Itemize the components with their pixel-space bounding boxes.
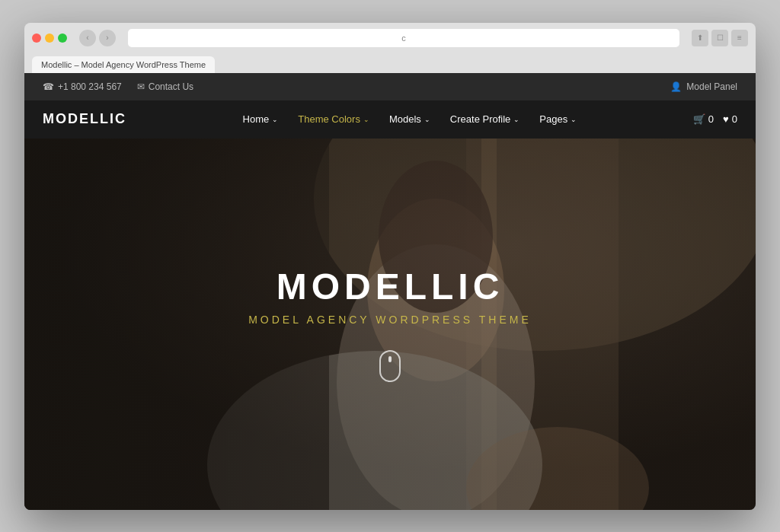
add-tab-button[interactable]: ☐ (711, 30, 728, 46)
heart-count: 0 (732, 113, 737, 125)
hero-content: MODELLIC MODEL AGENCY WORDPRESS THEME (248, 266, 532, 382)
nav-models-label: Models (389, 113, 421, 125)
email-label: Contact Us (149, 81, 193, 92)
back-button[interactable]: ‹ (79, 30, 96, 46)
address-bar[interactable]: c (128, 29, 679, 47)
website-content: ☎ +1 800 234 567 ✉ Contact Us 👤 Model Pa… (24, 73, 756, 510)
chevron-down-icon: ⌄ (363, 116, 369, 123)
hero-title: MODELLIC (277, 266, 504, 307)
share-button[interactable]: ⬆ (692, 30, 708, 46)
chevron-down-icon: ⌄ (571, 116, 577, 123)
nav-home-label: Home (243, 113, 270, 125)
tab-title: Modellic – Model Agency WordPress Theme (41, 60, 206, 69)
main-nav: MODELLIC Home ⌄ Theme Colors ⌄ Models ⌄ … (24, 100, 756, 139)
nav-item-pages[interactable]: Pages ⌄ (530, 100, 586, 139)
nav-item-home[interactable]: Home ⌄ (234, 100, 288, 139)
nav-theme-colors-label: Theme Colors (298, 113, 360, 125)
minimize-button[interactable] (45, 33, 54, 43)
sidebar-button[interactable]: ≡ (731, 30, 748, 46)
cart-icon: 🛒 (693, 113, 705, 125)
phone-number: +1 800 234 567 (58, 81, 122, 92)
nav-buttons: ‹ › (79, 30, 116, 46)
scroll-dot (388, 356, 392, 362)
action-buttons: ⬆ ☐ ≡ (692, 30, 748, 46)
close-button[interactable] (32, 33, 41, 43)
nav-create-profile-label: Create Profile (450, 113, 510, 125)
topbar-right[interactable]: 👤 Model Panel (670, 81, 737, 92)
hero-subtitle: MODEL AGENCY WORDPRESS THEME (248, 314, 532, 326)
wishlist-button[interactable]: ♥ 0 (723, 113, 737, 125)
browser-titlebar: ‹ › c ⬆ ☐ ≡ (32, 29, 748, 47)
chevron-down-icon: ⌄ (272, 116, 278, 123)
topbar-left: ☎ +1 800 234 567 ✉ Contact Us (43, 81, 193, 92)
browser-window: ‹ › c ⬆ ☐ ≡ Modellic – Model Agency Word… (24, 23, 756, 510)
chevron-down-icon: ⌄ (513, 116, 519, 123)
email-item[interactable]: ✉ Contact Us (137, 81, 193, 92)
cart-count: 0 (708, 113, 714, 125)
model-panel-label: Model Panel (686, 81, 737, 92)
hero-section: MODELLIC MODEL AGENCY WORDPRESS THEME (24, 139, 756, 510)
forward-button[interactable]: › (99, 30, 116, 46)
heart-icon: ♥ (723, 113, 729, 125)
address-text: c (136, 33, 672, 43)
phone-icon: ☎ (43, 81, 54, 92)
active-tab[interactable]: Modellic – Model Agency WordPress Theme (32, 56, 215, 73)
phone-item[interactable]: ☎ +1 800 234 567 (43, 81, 122, 92)
nav-pages-label: Pages (539, 113, 567, 125)
account-icon: 👤 (670, 81, 682, 92)
browser-tabs: Modellic – Model Agency WordPress Theme (32, 56, 748, 73)
scroll-indicator[interactable] (379, 350, 401, 382)
maximize-button[interactable] (58, 33, 67, 43)
browser-chrome: ‹ › c ⬆ ☐ ≡ Modellic – Model Agency Word… (24, 23, 756, 73)
email-icon: ✉ (137, 81, 145, 92)
site-logo[interactable]: MODELLIC (43, 111, 126, 127)
nav-right: 🛒 0 ♥ 0 (693, 113, 737, 125)
nav-links: Home ⌄ Theme Colors ⌄ Models ⌄ Create Pr… (234, 100, 587, 139)
top-bar: ☎ +1 800 234 567 ✉ Contact Us 👤 Model Pa… (24, 73, 756, 100)
nav-item-create-profile[interactable]: Create Profile ⌄ (441, 100, 529, 139)
traffic-lights (32, 33, 67, 43)
cart-button[interactable]: 🛒 0 (693, 113, 714, 125)
chevron-down-icon: ⌄ (424, 116, 430, 123)
nav-item-models[interactable]: Models ⌄ (380, 100, 440, 139)
nav-item-theme-colors[interactable]: Theme Colors ⌄ (289, 100, 379, 139)
